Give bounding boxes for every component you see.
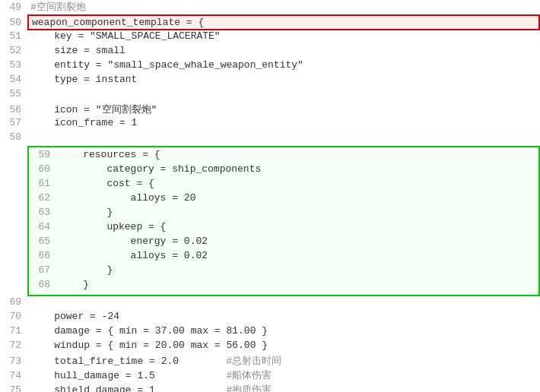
line-number-65: 65 (29, 236, 56, 247)
line-content-71: damage = { min = 37.00 max = 81.00 } (27, 325, 540, 337)
line-content-57: icon_frame = 1 (27, 117, 540, 128)
code-line-66: 66 alloys = 0.02 (29, 250, 538, 264)
line-number-75: 75 (0, 384, 27, 392)
line-number-72: 72 (0, 340, 27, 351)
code-line-72: 72 windup = { min = 20.00 max = 56.00 } (0, 340, 540, 354)
line-content-67: } (56, 264, 538, 276)
line-number-50: 50 (0, 17, 27, 28)
line-content-58 (27, 131, 540, 143)
comment-74: #船体伤害 (226, 370, 272, 381)
line-number-55: 55 (0, 88, 27, 100)
line-content-70: power = -24 (27, 311, 540, 322)
line-number-57: 57 (0, 117, 27, 128)
line-number-63: 63 (29, 207, 56, 218)
code-line-59: 59 resources = { (29, 149, 538, 163)
code-line-61: 61 cost = { (29, 178, 538, 192)
code-line-52: 52 size = small (0, 45, 540, 59)
code-line-63: 63 } (29, 207, 538, 221)
line-content-68: } (56, 279, 538, 290)
line-number-52: 52 (0, 45, 27, 56)
green-highlight-block: 59 resources = { 60 category = ship_comp… (27, 146, 540, 296)
line-number-54: 54 (0, 74, 27, 85)
line-number-53: 53 (0, 59, 27, 71)
code-line-68: 68 } (29, 279, 538, 293)
code-editor: 49 #空间割裂炮 50 weapon_component_template =… (0, 0, 540, 392)
code-line-51: 51 key = "SMALL_SPACE_LACERATE" (0, 30, 540, 45)
line-content-53: entity = "small_space_whale_weapon_entit… (27, 59, 540, 71)
line-number-71: 71 (0, 325, 27, 337)
comment-75: #抱质伤害 (226, 384, 272, 392)
line-content-56: icon = "空间割裂炮" (27, 103, 540, 116)
code-line-55: 55 (0, 88, 540, 103)
line-number-66: 66 (29, 250, 56, 261)
line-content-69 (27, 296, 540, 308)
line-content-50: weapon_component_template = { (27, 14, 540, 30)
code-line-53: 53 entity = "small_space_whale_weapon_en… (0, 59, 540, 74)
line-number-60: 60 (29, 163, 56, 175)
line-content-64: upkeep = { (56, 221, 538, 232)
line-number-56: 56 (0, 104, 27, 115)
line-content-52: size = small (27, 45, 540, 56)
line-content-66: alloys = 0.02 (56, 250, 538, 261)
code-line-73: 73 total_fire_time = 2.0 #总射击时间 (0, 354, 540, 368)
line-content-72: windup = { min = 20.00 max = 56.00 } (27, 340, 540, 351)
line-content-55 (27, 88, 540, 100)
line-number-61: 61 (29, 178, 56, 189)
code-line-49: 49 #空间割裂炮 (0, 0, 540, 14)
line-content-59: resources = { (56, 149, 538, 160)
line-content-49: #空间割裂炮 (27, 0, 540, 14)
line-content-60: category = ship_components (56, 163, 538, 175)
code-line-69: 69 (0, 296, 540, 311)
line-number-49: 49 (0, 2, 27, 13)
line-content-62: alloys = 20 (56, 192, 538, 204)
code-line-62: 62 alloys = 20 (29, 192, 538, 207)
code-line-60: 60 category = ship_components (29, 163, 538, 178)
line-number-70: 70 (0, 311, 27, 322)
line-number-58: 58 (0, 131, 27, 143)
line-number-68: 68 (29, 279, 56, 290)
code-line-50: 50 weapon_component_template = { (0, 14, 540, 30)
line-number-74: 74 (0, 370, 27, 381)
line-content-73: total_fire_time = 2.0 #总射击时间 (27, 354, 540, 368)
code-line-70: 70 power = -24 (0, 311, 540, 325)
code-line-54: 54 type = instant (0, 74, 540, 88)
code-line-64: 64 upkeep = { (29, 221, 538, 236)
line-content-63: } (56, 207, 538, 218)
line-content-51: key = "SMALL_SPACE_LACERATE" (27, 30, 540, 42)
code-line-71: 71 damage = { min = 37.00 max = 81.00 } (0, 325, 540, 340)
line-content-74: hull_damage = 1.5 #船体伤害 (27, 368, 540, 382)
line-number-69: 69 (0, 296, 27, 308)
code-line-65: 65 energy = 0.02 (29, 236, 538, 250)
code-line-67: 67 } (29, 264, 538, 279)
code-line-56: 56 icon = "空间割裂炮" (0, 103, 540, 117)
line-number-59: 59 (29, 149, 56, 160)
line-content-75: shield_damage = 1 #抱质伤害 (27, 383, 540, 392)
line-content-61: cost = { (56, 178, 538, 189)
line-number-51: 51 (0, 30, 27, 42)
code-line-57: 57 icon_frame = 1 (0, 117, 540, 131)
code-line-75: 75 shield_damage = 1 #抱质伤害 (0, 383, 540, 392)
line-number-73: 73 (0, 356, 27, 367)
line-number-64: 64 (29, 221, 56, 232)
code-line-58: 58 (0, 131, 540, 146)
comment-73: #总射击时间 (226, 356, 281, 367)
line-content-65: energy = 0.02 (56, 236, 538, 247)
line-number-67: 67 (29, 264, 56, 276)
code-line-74: 74 hull_damage = 1.5 #船体伤害 (0, 368, 540, 383)
line-number-62: 62 (29, 192, 56, 204)
line-content-54: type = instant (27, 74, 540, 85)
